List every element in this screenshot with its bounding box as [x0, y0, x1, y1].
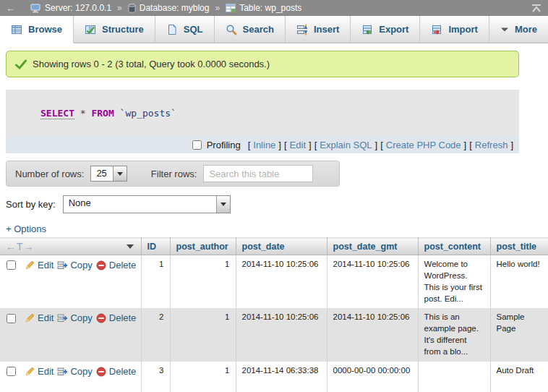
breadcrumb-database-label: Database: myblog — [140, 3, 210, 13]
server-icon — [30, 4, 41, 13]
copy-icon — [57, 367, 67, 377]
export-icon — [361, 24, 373, 35]
copy-icon — [57, 313, 67, 323]
profiling-checkbox[interactable] — [192, 140, 202, 150]
triangle-down-icon — [117, 172, 123, 176]
tab-browse[interactable]: Browse — [0, 16, 74, 43]
table-row: Edit Copy Delete 3 1 2014-11-14 06:33:38… — [0, 362, 548, 392]
column-header-post-date-gmt[interactable]: post_date_gmt — [327, 238, 418, 255]
edit-query-link[interactable]: Edit — [290, 140, 306, 150]
collapse-top-icon[interactable] — [531, 4, 542, 13]
back-arrow-icon[interactable]: ← — [6, 3, 15, 14]
tab-import[interactable]: Import — [420, 16, 489, 43]
breadcrumb-bar: ← Server: 127.0.0.1 » Database: myblog »… — [0, 0, 548, 16]
breadcrumb-separator: » — [117, 3, 122, 13]
tab-search[interactable]: Search — [215, 16, 286, 43]
column-header-post-title[interactable]: post_title — [490, 238, 548, 255]
browse-icon — [11, 24, 22, 35]
copy-icon — [57, 260, 67, 270]
tab-more[interactable]: More — [489, 16, 548, 43]
cell-post-content: This is an example page. It's different … — [418, 308, 490, 361]
pencil-icon — [25, 367, 35, 377]
edit-link-label: Edit — [38, 365, 53, 378]
sql-footer: Profiling [ Inline ] [ Edit ] [ Explain … — [6, 136, 519, 153]
delete-link-label: Delete — [109, 365, 137, 378]
breadcrumb-table-label: Table: wp_posts — [239, 3, 301, 13]
inline-link[interactable]: Inline — [253, 140, 275, 150]
column-header-post-content[interactable]: post_content — [418, 238, 490, 255]
breadcrumb-server-label: Server: 127.0.0.1 — [45, 3, 111, 13]
copy-link[interactable]: Copy — [57, 312, 92, 325]
bracket: [ — [314, 140, 317, 150]
sql-keyword-select: SELECT — [40, 108, 74, 119]
bracket: [ — [248, 140, 251, 150]
options-toggle-link[interactable]: + Options — [6, 223, 46, 234]
bracket: [ — [380, 140, 383, 150]
tab-more-label: More — [515, 24, 537, 35]
tab-search-label: Search — [243, 24, 274, 35]
edit-link-label: Edit — [38, 259, 53, 272]
database-icon — [128, 4, 136, 13]
column-header-post-date[interactable]: post_date — [236, 238, 327, 255]
tab-sql[interactable]: SQL — [155, 16, 215, 43]
row-checkbox[interactable] — [7, 260, 16, 270]
delete-link[interactable]: Delete — [96, 312, 137, 325]
bracket: ] — [464, 140, 467, 150]
results-table: ←T→ ID post_author post_date post_date_g… — [0, 237, 548, 392]
cell-post-date-gmt: 0000-00-00 00:00:00 — [327, 362, 418, 392]
bracket: [ — [469, 140, 472, 150]
cell-post-date: 2014-11-10 10:25:06 — [236, 308, 327, 361]
sort-by-key-label: Sort by key: — [6, 199, 56, 210]
table-row: Edit Copy Delete 2 1 2014-11-10 10:25:06… — [0, 308, 548, 361]
sort-row: Sort by key: None — [6, 195, 542, 213]
tab-structure-label: Structure — [102, 24, 144, 35]
actions-dropdown-icon[interactable] — [127, 244, 134, 249]
cell-post-author: 1 — [170, 308, 236, 361]
edit-link[interactable]: Edit — [25, 312, 53, 325]
tab-structure[interactable]: Structure — [74, 16, 155, 43]
delete-link[interactable]: Delete — [96, 365, 137, 378]
filter-rows-input[interactable] — [203, 165, 313, 182]
cell-post-title: Hello world! — [490, 255, 548, 309]
row-checkbox[interactable] — [7, 314, 16, 323]
cell-post-date: 2014-11-10 10:25:06 — [236, 255, 327, 309]
explain-sql-link[interactable]: Explain SQL — [320, 140, 372, 150]
tab-insert-label: Insert — [314, 24, 339, 35]
sort-key-select[interactable]: None — [63, 195, 231, 213]
rows-filter-bar: Number of rows: 25 Filter rows: — [6, 161, 340, 187]
edit-link[interactable]: Edit — [25, 365, 53, 378]
rows-per-page-select[interactable]: 25 — [90, 166, 127, 182]
edit-link-label: Edit — [38, 312, 53, 325]
delete-icon — [96, 313, 106, 323]
delete-link[interactable]: Delete — [96, 259, 137, 272]
breadcrumb-database[interactable]: Database: myblog — [128, 3, 210, 13]
row-checkbox[interactable] — [7, 367, 16, 376]
create-php-code-link[interactable]: Create PHP Code — [386, 140, 461, 150]
cell-post-content: Welcome to WordPress. This is your first… — [418, 255, 490, 309]
refresh-link[interactable]: Refresh — [475, 140, 508, 150]
tab-export[interactable]: Export — [351, 16, 420, 43]
column-header-id[interactable]: ID — [141, 238, 170, 255]
sql-keyword-from: FROM — [91, 108, 114, 119]
copy-link-label: Copy — [70, 365, 92, 378]
row-navigation-glyph: ←T→ — [6, 241, 35, 252]
column-header-post-author[interactable]: post_author — [170, 238, 236, 255]
column-header-actions[interactable]: ←T→ — [0, 238, 141, 255]
rows-per-page-value: 25 — [91, 166, 112, 181]
row-actions-cell: Edit Copy Delete — [0, 362, 141, 392]
cell-post-author: 1 — [170, 362, 236, 392]
tab-import-label: Import — [448, 24, 477, 35]
edit-link[interactable]: Edit — [25, 259, 53, 272]
breadcrumb-server[interactable]: Server: 127.0.0.1 — [30, 3, 111, 13]
status-message: Showing rows 0 - 2 (3 total, Query took … — [6, 51, 519, 77]
breadcrumb-table[interactable]: Table: wp_posts — [226, 3, 301, 13]
cell-post-date: 2014-11-14 06:33:38 — [236, 362, 327, 392]
tab-insert[interactable]: Insert — [286, 16, 351, 43]
copy-link[interactable]: Copy — [57, 259, 92, 272]
sql-icon — [166, 24, 178, 35]
select-arrow-button — [113, 166, 127, 181]
delete-link-label: Delete — [109, 259, 137, 272]
copy-link[interactable]: Copy — [57, 365, 92, 378]
tab-sql-label: SQL — [184, 24, 203, 35]
tab-export-label: Export — [379, 24, 408, 35]
